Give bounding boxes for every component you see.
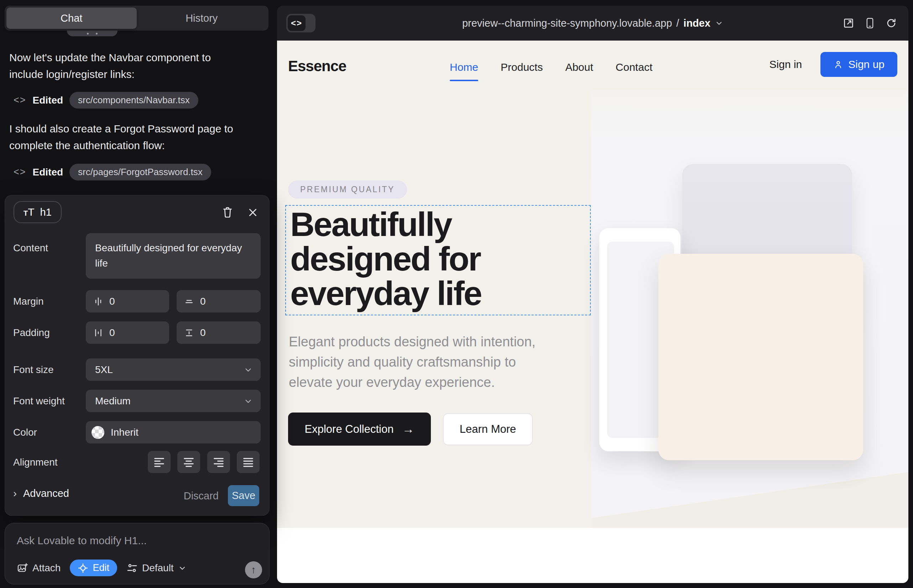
attach-image-icon bbox=[17, 562, 28, 574]
arrow-right-icon: → bbox=[402, 422, 414, 436]
typography-icon: TT bbox=[24, 206, 34, 218]
send-button[interactable]: ↑ bbox=[245, 561, 262, 578]
align-left-button[interactable] bbox=[148, 451, 170, 473]
margin-label: Margin bbox=[13, 296, 44, 307]
element-selection-outline[interactable] bbox=[285, 205, 591, 315]
align-center-icon bbox=[183, 456, 194, 468]
padding-x-input[interactable]: 0 bbox=[86, 321, 169, 344]
premium-quality-badge: PREMIUM QUALITY bbox=[288, 181, 407, 199]
align-justify-button[interactable] bbox=[237, 451, 260, 473]
scrolled-pill-fragment bbox=[67, 31, 118, 36]
align-right-button[interactable] bbox=[207, 451, 230, 473]
url-host: preview--charming-site-symphony.lovable.… bbox=[462, 18, 672, 29]
preview-actions bbox=[843, 6, 897, 40]
learn-more-button[interactable]: Learn More bbox=[443, 413, 533, 445]
content-input[interactable]: Beautifully designed for everyday life bbox=[86, 233, 261, 279]
hero-section: Essence Home Products About Contact Sign… bbox=[277, 40, 908, 528]
nav-link-about[interactable]: About bbox=[565, 61, 593, 73]
code-preview-toggle[interactable]: <> bbox=[286, 14, 316, 32]
nav-link-home[interactable]: Home bbox=[450, 61, 478, 73]
align-justify-icon bbox=[243, 456, 254, 468]
chevron-down-icon bbox=[244, 365, 253, 375]
discard-button[interactable]: Discard bbox=[184, 490, 219, 502]
padding-label: Padding bbox=[13, 327, 50, 339]
close-icon bbox=[247, 207, 259, 218]
edited-label: Edited bbox=[33, 166, 63, 178]
site-nav-links: Home Products About Contact bbox=[450, 55, 652, 80]
preview-topbar: <> preview--charming-site-symphony.lovab… bbox=[277, 6, 908, 40]
site-viewport: Essence Home Products About Contact Sign… bbox=[277, 40, 908, 583]
file-path-chip[interactable]: src/components/Navbar.tsx bbox=[70, 92, 198, 108]
open-in-new-tab-icon[interactable] bbox=[843, 18, 854, 29]
element-editor-panel: TT h1 Content Beautifully designed for e… bbox=[5, 195, 270, 516]
font-size-select[interactable]: 5XL bbox=[86, 359, 261, 381]
refresh-icon[interactable] bbox=[885, 18, 897, 29]
dot bbox=[87, 33, 89, 34]
color-select[interactable]: Inherit bbox=[86, 421, 261, 444]
color-label: Color bbox=[13, 427, 37, 438]
padding-y-icon bbox=[184, 328, 194, 338]
edited-label: Edited bbox=[33, 95, 63, 106]
chevron-down-icon bbox=[715, 19, 723, 27]
chat-message: Now let's update the Navbar component to… bbox=[9, 49, 211, 82]
chevron-down-icon bbox=[178, 564, 186, 572]
sliders-icon bbox=[126, 562, 138, 574]
chevron-right-icon: › bbox=[13, 487, 17, 499]
align-right-icon bbox=[213, 456, 224, 468]
preview-url[interactable]: preview--charming-site-symphony.lovable.… bbox=[462, 6, 723, 40]
margin-x-input[interactable]: 0 bbox=[86, 290, 169, 312]
advanced-toggle[interactable]: › Advanced bbox=[13, 487, 69, 499]
color-swatch-icon bbox=[92, 426, 104, 439]
font-weight-select[interactable]: Medium bbox=[86, 390, 261, 412]
target-icon bbox=[78, 563, 88, 573]
chat-composer: Ask Lovable to modify H1... Attach Ed bbox=[5, 523, 270, 585]
site-nav-auth: Sign in Sign up bbox=[769, 52, 897, 77]
align-center-button[interactable] bbox=[177, 451, 200, 473]
chat-message: I should also create a Forgot Password p… bbox=[9, 120, 233, 154]
site-logo[interactable]: Essence bbox=[288, 58, 346, 75]
nav-link-products[interactable]: Products bbox=[501, 61, 543, 73]
code-icon: <> bbox=[288, 15, 306, 31]
margin-x-icon bbox=[93, 296, 104, 307]
edited-file-row: <> Edited src/components/Navbar.tsx bbox=[13, 92, 198, 108]
file-path-chip[interactable]: src/pages/ForgotPassword.tsx bbox=[70, 164, 211, 181]
code-icon: <> bbox=[13, 166, 26, 178]
delete-element-button[interactable] bbox=[222, 205, 233, 219]
selected-element-tag[interactable]: TT h1 bbox=[13, 201, 62, 223]
mobile-view-icon[interactable] bbox=[865, 17, 875, 29]
mode-select[interactable]: Default bbox=[126, 562, 186, 574]
font-size-label: Font size bbox=[13, 364, 54, 375]
edited-file-row: <> Edited src/pages/ForgotPassword.tsx bbox=[13, 164, 211, 181]
composer-toolbar: Attach Edit Default bbox=[17, 559, 186, 576]
tab-history[interactable]: History bbox=[137, 8, 267, 29]
attach-button[interactable]: Attach bbox=[17, 562, 60, 574]
lovable-app: Chat History Now let's update the Navbar… bbox=[0, 0, 913, 588]
preview-panel: <> preview--charming-site-symphony.lovab… bbox=[277, 6, 908, 583]
margin-y-icon bbox=[184, 296, 194, 307]
chevron-down-icon bbox=[244, 396, 253, 406]
sign-up-button[interactable]: Sign up bbox=[821, 52, 897, 77]
close-editor-button[interactable] bbox=[247, 207, 259, 218]
sign-in-link[interactable]: Sign in bbox=[769, 58, 802, 71]
edit-mode-button[interactable]: Edit bbox=[70, 559, 117, 576]
code-icon: <> bbox=[13, 95, 26, 106]
decor-card-beige bbox=[659, 254, 863, 460]
sidebar-tabs: Chat History bbox=[5, 6, 269, 31]
font-weight-label: Font weight bbox=[13, 396, 65, 407]
site-navbar: Essence Home Products About Contact Sign… bbox=[277, 55, 908, 80]
hero-paragraph: Elegant products designed with intention… bbox=[289, 332, 536, 393]
padding-y-input[interactable]: 0 bbox=[176, 321, 261, 344]
dot bbox=[96, 33, 97, 34]
composer-input[interactable]: Ask Lovable to modify H1... bbox=[17, 535, 147, 547]
save-button[interactable]: Save bbox=[228, 485, 259, 506]
explore-collection-button[interactable]: Explore Collection → bbox=[288, 412, 431, 446]
nav-link-contact[interactable]: Contact bbox=[616, 61, 652, 73]
url-page: index bbox=[683, 18, 711, 29]
chat-sidebar: Chat History Now let's update the Navbar… bbox=[0, 0, 277, 588]
tab-chat[interactable]: Chat bbox=[6, 8, 137, 29]
tag-name: h1 bbox=[40, 207, 52, 218]
margin-y-input[interactable]: 0 bbox=[176, 290, 261, 312]
alignment-label: Alignment bbox=[13, 457, 58, 468]
content-label: Content bbox=[13, 242, 48, 254]
trash-icon bbox=[222, 205, 233, 219]
